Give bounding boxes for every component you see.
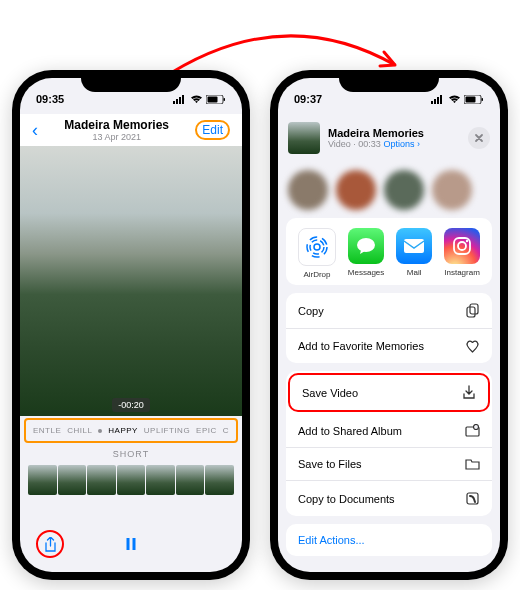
timeline-thumb bbox=[58, 465, 87, 495]
save-files-action[interactable]: Save to Files bbox=[286, 448, 492, 481]
copy-action[interactable]: Copy bbox=[286, 293, 492, 329]
timeline-thumb bbox=[117, 465, 146, 495]
instagram-app[interactable]: Instagram bbox=[444, 228, 480, 279]
back-button[interactable]: ‹ bbox=[32, 120, 38, 141]
svg-point-25 bbox=[474, 425, 479, 430]
action-list-1: Copy Add to Favorite Memories bbox=[286, 293, 492, 363]
pause-icon bbox=[133, 538, 136, 550]
copy-icon bbox=[465, 303, 480, 318]
documents-icon bbox=[465, 491, 480, 506]
svg-rect-26 bbox=[467, 493, 478, 504]
status-time: 09:35 bbox=[36, 93, 64, 105]
folder-icon bbox=[465, 458, 480, 470]
mood-uplifting[interactable]: UPLIFTING bbox=[144, 426, 190, 435]
messages-icon bbox=[348, 228, 384, 264]
timeline-thumb bbox=[176, 465, 205, 495]
mood-happy[interactable]: HAPPY bbox=[108, 426, 138, 435]
mood-c[interactable]: C bbox=[223, 426, 229, 435]
svg-rect-18 bbox=[404, 239, 424, 253]
favorite-action[interactable]: Add to Favorite Memories bbox=[286, 329, 492, 363]
nav-bar: ‹ Madeira Memories 13 Apr 2021 Edit bbox=[20, 114, 242, 146]
svg-point-21 bbox=[466, 240, 468, 242]
svg-rect-10 bbox=[440, 95, 442, 104]
heart-icon bbox=[465, 339, 480, 353]
options-link[interactable]: Options bbox=[383, 139, 414, 149]
bottom-controls bbox=[20, 520, 242, 568]
svg-rect-0 bbox=[173, 101, 175, 104]
pause-icon bbox=[127, 538, 130, 550]
svg-point-20 bbox=[458, 242, 466, 250]
contact-avatar[interactable] bbox=[384, 170, 424, 210]
instagram-icon bbox=[444, 228, 480, 264]
svg-point-14 bbox=[314, 244, 320, 250]
share-apps-row: AirDrop Messages Mail Instagram bbox=[286, 218, 492, 285]
notch bbox=[81, 70, 181, 92]
mood-chill[interactable]: CHILL bbox=[67, 426, 92, 435]
contacts-row[interactable] bbox=[278, 162, 500, 218]
share-subtitle: Video · 00:33 Options › bbox=[328, 139, 460, 149]
phone-right: 09:37 Madeira Memories Video · 00:33 Opt… bbox=[270, 70, 508, 580]
share-thumbnail bbox=[288, 122, 320, 154]
action-list-2: Save Video Add to Shared Album Save to F… bbox=[286, 371, 492, 516]
svg-point-15 bbox=[310, 240, 324, 254]
signal-icon bbox=[431, 95, 445, 104]
phone-left: 09:35 ‹ Madeira Memories 13 Apr 2021 Edi… bbox=[12, 70, 250, 580]
svg-rect-23 bbox=[470, 304, 478, 314]
notch bbox=[339, 70, 439, 92]
timeline-thumb bbox=[205, 465, 234, 495]
edit-button[interactable]: Edit bbox=[195, 120, 230, 140]
mail-icon bbox=[396, 228, 432, 264]
mood-epic[interactable]: EPIC bbox=[196, 426, 217, 435]
svg-rect-8 bbox=[434, 99, 436, 104]
timeline-scrubber[interactable] bbox=[20, 463, 242, 497]
duration-label: SHORT bbox=[20, 445, 242, 463]
mail-app[interactable]: Mail bbox=[396, 228, 432, 279]
wifi-icon bbox=[448, 95, 461, 104]
contact-avatar[interactable] bbox=[336, 170, 376, 210]
page-title: Madeira Memories bbox=[64, 118, 169, 132]
shared-album-action[interactable]: Add to Shared Album bbox=[286, 414, 492, 448]
pause-button[interactable] bbox=[127, 538, 136, 550]
svg-rect-12 bbox=[466, 96, 476, 102]
status-icons bbox=[431, 95, 484, 104]
timeline-thumb bbox=[87, 465, 116, 495]
svg-rect-13 bbox=[482, 98, 484, 101]
memory-photo[interactable]: -00:20 bbox=[20, 146, 242, 416]
download-icon bbox=[462, 385, 476, 400]
svg-rect-22 bbox=[467, 307, 475, 317]
airdrop-app[interactable]: AirDrop bbox=[298, 228, 336, 279]
mood-gentle[interactable]: ENTLE bbox=[33, 426, 61, 435]
close-button[interactable] bbox=[468, 127, 490, 149]
svg-rect-9 bbox=[437, 97, 439, 104]
svg-point-17 bbox=[357, 238, 375, 252]
edit-actions-link[interactable]: Edit Actions... bbox=[286, 524, 492, 556]
airdrop-icon bbox=[298, 228, 336, 266]
album-icon bbox=[465, 424, 480, 437]
save-video-action[interactable]: Save Video bbox=[288, 373, 490, 412]
copy-docs-action[interactable]: Copy to Documents bbox=[286, 481, 492, 516]
share-icon bbox=[44, 537, 57, 552]
share-title: Madeira Memories bbox=[328, 127, 460, 139]
nav-title-block: Madeira Memories 13 Apr 2021 bbox=[64, 118, 169, 142]
timeline-thumb bbox=[146, 465, 175, 495]
close-icon bbox=[474, 133, 484, 143]
share-button[interactable] bbox=[36, 530, 64, 558]
mood-dot-icon bbox=[98, 429, 102, 433]
contact-avatar[interactable] bbox=[432, 170, 472, 210]
svg-rect-7 bbox=[431, 101, 433, 104]
mood-selector[interactable]: ENTLE CHILL HAPPY UPLIFTING EPIC C bbox=[24, 418, 238, 443]
page-subtitle: 13 Apr 2021 bbox=[64, 132, 169, 142]
playback-time: -00:20 bbox=[112, 398, 150, 412]
contact-avatar[interactable] bbox=[288, 170, 328, 210]
timeline-thumb bbox=[28, 465, 57, 495]
messages-app[interactable]: Messages bbox=[348, 228, 384, 279]
share-header: Madeira Memories Video · 00:33 Options › bbox=[278, 114, 500, 162]
battery-icon bbox=[464, 95, 484, 104]
